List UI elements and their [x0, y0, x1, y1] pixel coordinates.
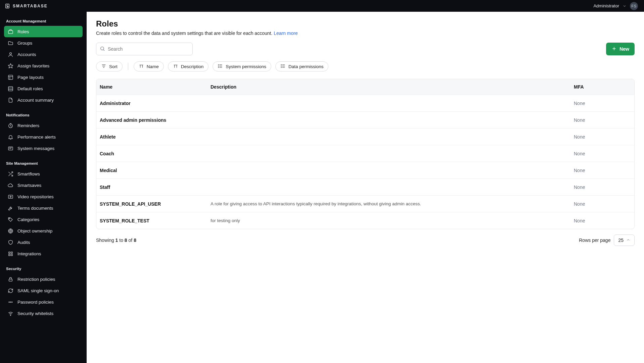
sidebar-item-groups[interactable]: Groups: [4, 37, 83, 49]
svg-point-25: [10, 315, 10, 315]
cell-name: Medical: [100, 168, 211, 173]
sidebar-section-title: Notifications: [4, 110, 83, 120]
search-input-wrapper[interactable]: [96, 43, 193, 55]
sidebar-item-video-repositories[interactable]: Video repositories: [4, 191, 83, 202]
filter-system-permissions-label: System permissions: [226, 64, 266, 69]
svg-rect-3: [8, 75, 13, 80]
sidebar-item-smartflows[interactable]: Smartflows: [4, 168, 83, 179]
table-row[interactable]: SYSTEM_ROLE_TESTfor testing onlyNone: [96, 212, 634, 229]
sidebar-item-reminders[interactable]: Reminders: [4, 120, 83, 131]
cell-name: SYSTEM_ROLE_API_USER: [100, 201, 211, 207]
table-row[interactable]: MedicalNone: [96, 162, 634, 178]
svg-point-43: [281, 66, 281, 66]
page-subtitle-text: Create roles to control the data and sys…: [96, 31, 274, 36]
user-menu-label[interactable]: Administrator: [593, 3, 619, 8]
new-button-label: New: [619, 46, 629, 52]
filter-name-chip[interactable]: Name: [134, 61, 164, 71]
table-row[interactable]: Advanced admin permissionsNone: [96, 111, 634, 128]
plus-icon: [611, 46, 617, 52]
filter-description-chip[interactable]: Description: [168, 61, 209, 71]
filter-system-permissions-chip[interactable]: System permissions: [213, 61, 271, 71]
table-row[interactable]: CoachNone: [96, 145, 634, 162]
sidebar-item-system-messages[interactable]: System messages: [4, 143, 83, 154]
svg-point-42: [281, 64, 281, 65]
col-header-name: Name: [100, 84, 211, 90]
divider: [128, 63, 128, 70]
shuffle-icon: [7, 171, 13, 177]
new-button[interactable]: New: [606, 43, 635, 55]
table-row[interactable]: StaffNone: [96, 178, 634, 195]
filter-data-permissions-chip[interactable]: Data permissions: [275, 61, 328, 71]
rows-per-page-label: Rows per page: [579, 238, 610, 243]
sidebar-item-label: SAML single sign-on: [17, 288, 59, 293]
svg-rect-13: [8, 195, 13, 198]
sidebar-item-restriction-policies[interactable]: Restriction policies: [4, 273, 83, 285]
roles-table: Name Description MFA AdministratorNoneAd…: [96, 79, 635, 229]
svg-point-15: [9, 218, 9, 218]
sidebar-section-title: Security: [4, 264, 83, 273]
sidebar-item-smartsaves[interactable]: Smartsaves: [4, 179, 83, 191]
chevron-up-icon: [626, 238, 630, 243]
table-row[interactable]: AthleteNone: [96, 128, 634, 145]
sidebar-item-object-ownership[interactable]: Object ownership: [4, 225, 83, 237]
sidebar-item-label: Video repositories: [17, 194, 54, 199]
cell-name: Advanced admin permissions: [100, 117, 211, 123]
sidebar-item-default-roles[interactable]: Default roles: [4, 83, 83, 94]
cell-name: Administrator: [100, 101, 211, 106]
layout-icon: [7, 74, 13, 80]
rows-per-page: Rows per page 25: [579, 235, 635, 246]
rows-per-page-select[interactable]: 25: [614, 235, 635, 246]
table-row[interactable]: AdministratorNone: [96, 95, 634, 111]
folder-icon: [7, 40, 13, 46]
star-icon: [7, 63, 13, 69]
text-icon: [139, 63, 144, 70]
user-icon: [7, 52, 13, 57]
search-input[interactable]: [108, 46, 189, 52]
svg-point-23: [10, 302, 11, 302]
svg-point-1: [9, 52, 11, 54]
cell-name: SYSTEM_ROLE_TEST: [100, 218, 211, 223]
svg-rect-10: [8, 147, 13, 150]
toolbar: New: [96, 43, 635, 55]
sidebar-item-label: Restriction policies: [17, 277, 55, 282]
sidebar-item-accounts[interactable]: Accounts: [4, 49, 83, 60]
avatar[interactable]: FS: [630, 2, 638, 10]
sidebar-item-label: Categories: [17, 217, 39, 222]
sidebar-item-audits[interactable]: Audits: [4, 237, 83, 248]
cell-mfa: None: [574, 218, 631, 223]
svg-point-22: [9, 302, 9, 302]
layers-icon: [7, 86, 13, 92]
sidebar-item-account-summary[interactable]: Account summary: [4, 94, 83, 106]
sidebar-item-label: Performance alerts: [17, 135, 56, 140]
sidebar-item-label: Default roles: [17, 86, 43, 91]
sidebar-item-security-whitelists[interactable]: Security whitelists: [4, 308, 83, 319]
dots-icon: [7, 299, 13, 305]
learn-more-link[interactable]: Learn more: [274, 31, 298, 36]
chevron-down-icon[interactable]: [623, 4, 627, 8]
svg-point-36: [218, 64, 219, 65]
sidebar-item-categories[interactable]: Categories: [4, 214, 83, 225]
sidebar-item-page-layouts[interactable]: Page layouts: [4, 71, 83, 83]
svg-rect-19: [8, 254, 10, 255]
shield-icon: [7, 240, 13, 245]
sidebar-item-assign-favorites[interactable]: Assign favorites: [4, 60, 83, 71]
search-icon: [100, 46, 105, 52]
sidebar-item-saml-single-sign-on[interactable]: SAML single sign-on: [4, 285, 83, 296]
sidebar-item-label: Accounts: [17, 52, 36, 57]
sidebar-item-label: Account summary: [17, 98, 54, 103]
sidebar-item-label: Groups: [17, 41, 32, 46]
table-row[interactable]: SYSTEM_ROLE_API_USERA role for giving ac…: [96, 195, 634, 212]
clock-icon: [7, 123, 13, 128]
message-icon: [7, 146, 13, 151]
svg-point-38: [218, 67, 219, 67]
topbar: SMARTABASE Administrator FS: [0, 0, 644, 12]
sidebar-item-password-policies[interactable]: Password policies: [4, 296, 83, 308]
sidebar-item-roles[interactable]: Roles: [4, 26, 83, 37]
sidebar-item-integrations[interactable]: Integrations: [4, 248, 83, 259]
cell-mfa: None: [574, 201, 631, 207]
sort-chip[interactable]: Sort: [96, 61, 123, 71]
sidebar-item-performance-alerts[interactable]: Performance alerts: [4, 131, 83, 143]
tag-icon: [7, 217, 13, 222]
sidebar-item-terms-documents[interactable]: Terms documents: [4, 202, 83, 214]
video-icon: [7, 194, 13, 200]
